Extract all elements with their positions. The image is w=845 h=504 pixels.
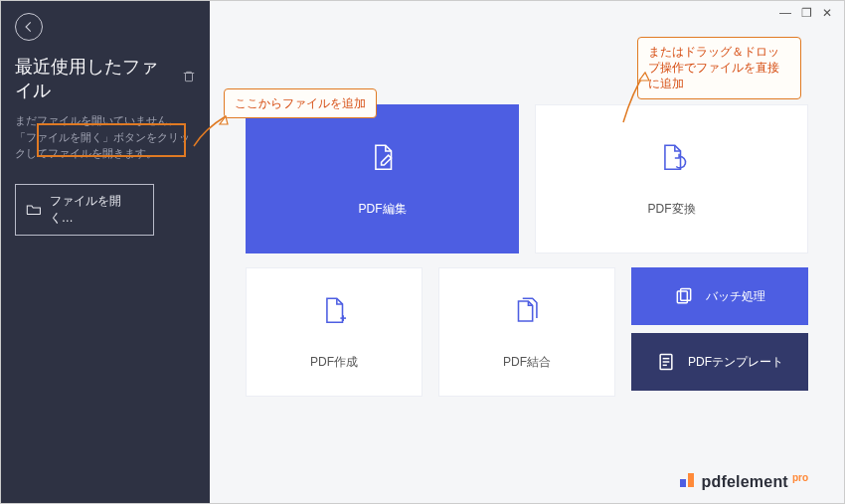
tile-pdf-convert-label: PDF変換 bbox=[648, 201, 696, 218]
edit-doc-icon bbox=[366, 141, 400, 175]
open-file-label: ファイルを開く… bbox=[50, 193, 143, 227]
callout-tail-icon bbox=[190, 112, 230, 152]
close-button[interactable]: ✕ bbox=[820, 5, 834, 21]
annotation-right-text: またはドラッグ＆ドロップ操作でファイルを直接に追加 bbox=[637, 37, 801, 99]
brand-mark-icon bbox=[680, 473, 694, 487]
annotation-left-text: ここからファイルを追加 bbox=[224, 88, 377, 118]
annotation-left: ここからファイルを追加 bbox=[224, 88, 377, 118]
tile-pdf-create-label: PDF作成 bbox=[310, 354, 358, 371]
open-file-button[interactable]: ファイルを開く… bbox=[15, 184, 154, 236]
combine-doc-icon bbox=[510, 294, 544, 328]
template-icon bbox=[656, 352, 676, 372]
tile-pdf-convert[interactable]: PDF変換 bbox=[535, 104, 808, 253]
recent-files-help: まだファイルを開いていません。「ファイルを開く」ボタンをクリックしてファイルを開… bbox=[15, 112, 196, 162]
create-doc-icon bbox=[317, 294, 351, 328]
brand-logo: pdfelement pro bbox=[680, 453, 808, 491]
tile-template[interactable]: PDFテンプレート bbox=[631, 333, 808, 391]
recent-files-title: 最近使用したファイル bbox=[15, 55, 174, 102]
tile-template-label: PDFテンプレート bbox=[688, 354, 783, 371]
brand-prefix: pdf bbox=[702, 473, 727, 490]
tile-pdf-edit-label: PDF編集 bbox=[359, 201, 407, 218]
tile-pdf-edit[interactable]: PDF編集 bbox=[246, 104, 519, 253]
tile-batch-label: バッチ処理 bbox=[706, 288, 765, 305]
batch-icon bbox=[674, 286, 694, 306]
sidebar: 最近使用したファイル まだファイルを開いていません。「ファイルを開く」ボタンをク… bbox=[1, 1, 210, 503]
chevron-left-icon bbox=[22, 20, 36, 34]
callout-tail-icon bbox=[621, 69, 661, 128]
tile-pdf-combine-label: PDF結合 bbox=[503, 354, 551, 371]
brand-pro: pro bbox=[792, 472, 808, 483]
tile-pdf-create[interactable]: PDF作成 bbox=[246, 267, 422, 397]
annotation-right: またはドラッグ＆ドロップ操作でファイルを直接に追加 bbox=[637, 37, 801, 99]
brand-suffix: element bbox=[727, 473, 788, 490]
trash-icon[interactable] bbox=[182, 70, 196, 87]
convert-doc-icon bbox=[655, 141, 689, 175]
folder-icon bbox=[26, 204, 42, 216]
maximize-button[interactable]: ❐ bbox=[799, 5, 814, 21]
svg-rect-0 bbox=[186, 74, 193, 82]
tile-pdf-combine[interactable]: PDF結合 bbox=[438, 267, 615, 397]
back-button[interactable] bbox=[15, 13, 43, 41]
tile-batch[interactable]: バッチ処理 bbox=[631, 267, 808, 325]
minimize-button[interactable]: — bbox=[777, 5, 793, 21]
